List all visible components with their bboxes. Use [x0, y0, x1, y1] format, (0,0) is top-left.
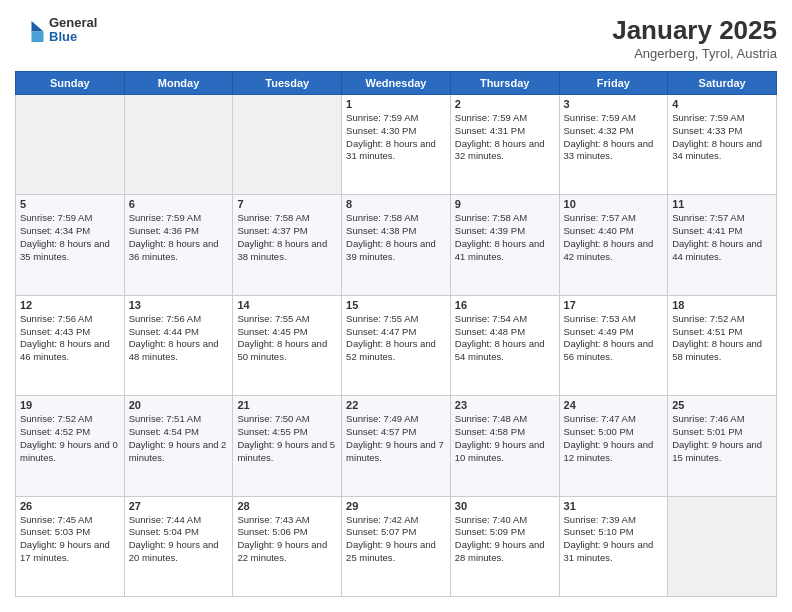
day-number: 23: [455, 399, 555, 411]
day-info: Sunset: 5:03 PM: [20, 526, 120, 539]
calendar-cell: 9Sunrise: 7:58 AMSunset: 4:39 PMDaylight…: [450, 195, 559, 295]
calendar-cell: 12Sunrise: 7:56 AMSunset: 4:43 PMDayligh…: [16, 295, 125, 395]
day-info: Sunrise: 7:48 AM: [455, 413, 555, 426]
day-info: Daylight: 8 hours and 36 minutes.: [129, 238, 229, 264]
day-info: Daylight: 9 hours and 31 minutes.: [564, 539, 664, 565]
day-info: Sunset: 4:49 PM: [564, 326, 664, 339]
day-info: Daylight: 8 hours and 39 minutes.: [346, 238, 446, 264]
day-number: 15: [346, 299, 446, 311]
logo-icon: [15, 15, 45, 45]
calendar-cell: 18Sunrise: 7:52 AMSunset: 4:51 PMDayligh…: [668, 295, 777, 395]
calendar-cell: 10Sunrise: 7:57 AMSunset: 4:40 PMDayligh…: [559, 195, 668, 295]
day-number: 12: [20, 299, 120, 311]
day-info: Sunrise: 7:55 AM: [346, 313, 446, 326]
day-info: Sunset: 5:10 PM: [564, 526, 664, 539]
calendar-cell: 13Sunrise: 7:56 AMSunset: 4:44 PMDayligh…: [124, 295, 233, 395]
day-info: Daylight: 8 hours and 58 minutes.: [672, 338, 772, 364]
day-info: Daylight: 8 hours and 50 minutes.: [237, 338, 337, 364]
day-info: Daylight: 8 hours and 31 minutes.: [346, 138, 446, 164]
calendar-cell: 24Sunrise: 7:47 AMSunset: 5:00 PMDayligh…: [559, 396, 668, 496]
calendar-cell: 20Sunrise: 7:51 AMSunset: 4:54 PMDayligh…: [124, 396, 233, 496]
day-info: Daylight: 9 hours and 0 minutes.: [20, 439, 120, 465]
day-info: Sunrise: 7:57 AM: [564, 212, 664, 225]
calendar-subtitle: Angerberg, Tyrol, Austria: [612, 46, 777, 61]
day-info: Sunset: 5:06 PM: [237, 526, 337, 539]
day-info: Sunset: 4:45 PM: [237, 326, 337, 339]
svg-marker-0: [32, 21, 44, 32]
day-number: 11: [672, 198, 772, 210]
day-number: 3: [564, 98, 664, 110]
calendar-cell: [233, 95, 342, 195]
day-info: Sunset: 4:39 PM: [455, 225, 555, 238]
day-number: 10: [564, 198, 664, 210]
calendar-week-2: 5Sunrise: 7:59 AMSunset: 4:34 PMDaylight…: [16, 195, 777, 295]
calendar-cell: 25Sunrise: 7:46 AMSunset: 5:01 PMDayligh…: [668, 396, 777, 496]
day-info: Daylight: 9 hours and 17 minutes.: [20, 539, 120, 565]
day-info: Sunset: 4:58 PM: [455, 426, 555, 439]
col-sunday: Sunday: [16, 72, 125, 95]
day-info: Daylight: 8 hours and 34 minutes.: [672, 138, 772, 164]
day-number: 21: [237, 399, 337, 411]
logo: General Blue: [15, 15, 97, 45]
day-info: Sunrise: 7:52 AM: [672, 313, 772, 326]
day-number: 27: [129, 500, 229, 512]
day-info: Daylight: 8 hours and 44 minutes.: [672, 238, 772, 264]
day-number: 8: [346, 198, 446, 210]
page: General Blue January 2025 Angerberg, Tyr…: [0, 0, 792, 612]
logo-blue: Blue: [49, 30, 97, 44]
day-info: Daylight: 9 hours and 28 minutes.: [455, 539, 555, 565]
day-number: 19: [20, 399, 120, 411]
day-info: Daylight: 8 hours and 54 minutes.: [455, 338, 555, 364]
day-info: Sunrise: 7:59 AM: [129, 212, 229, 225]
day-info: Sunrise: 7:43 AM: [237, 514, 337, 527]
calendar-week-5: 26Sunrise: 7:45 AMSunset: 5:03 PMDayligh…: [16, 496, 777, 596]
day-info: Sunrise: 7:49 AM: [346, 413, 446, 426]
calendar-cell: 21Sunrise: 7:50 AMSunset: 4:55 PMDayligh…: [233, 396, 342, 496]
calendar-header-row: Sunday Monday Tuesday Wednesday Thursday…: [16, 72, 777, 95]
day-number: 29: [346, 500, 446, 512]
day-info: Sunrise: 7:55 AM: [237, 313, 337, 326]
calendar-cell: 3Sunrise: 7:59 AMSunset: 4:32 PMDaylight…: [559, 95, 668, 195]
day-info: Sunset: 5:04 PM: [129, 526, 229, 539]
calendar-cell: 8Sunrise: 7:58 AMSunset: 4:38 PMDaylight…: [342, 195, 451, 295]
day-info: Daylight: 8 hours and 41 minutes.: [455, 238, 555, 264]
day-info: Sunrise: 7:46 AM: [672, 413, 772, 426]
day-number: 28: [237, 500, 337, 512]
day-number: 25: [672, 399, 772, 411]
day-number: 5: [20, 198, 120, 210]
header: General Blue January 2025 Angerberg, Tyr…: [15, 15, 777, 61]
day-number: 20: [129, 399, 229, 411]
day-info: Sunset: 4:30 PM: [346, 125, 446, 138]
col-friday: Friday: [559, 72, 668, 95]
day-info: Sunset: 4:33 PM: [672, 125, 772, 138]
day-info: Sunset: 4:34 PM: [20, 225, 120, 238]
day-info: Sunset: 5:01 PM: [672, 426, 772, 439]
day-info: Sunrise: 7:47 AM: [564, 413, 664, 426]
day-info: Daylight: 8 hours and 52 minutes.: [346, 338, 446, 364]
calendar-cell: [124, 95, 233, 195]
calendar-cell: 22Sunrise: 7:49 AMSunset: 4:57 PMDayligh…: [342, 396, 451, 496]
title-block: January 2025 Angerberg, Tyrol, Austria: [612, 15, 777, 61]
day-info: Sunset: 4:51 PM: [672, 326, 772, 339]
calendar-cell: 4Sunrise: 7:59 AMSunset: 4:33 PMDaylight…: [668, 95, 777, 195]
day-info: Sunrise: 7:59 AM: [672, 112, 772, 125]
day-number: 6: [129, 198, 229, 210]
day-number: 9: [455, 198, 555, 210]
calendar-cell: 1Sunrise: 7:59 AMSunset: 4:30 PMDaylight…: [342, 95, 451, 195]
day-info: Sunrise: 7:52 AM: [20, 413, 120, 426]
day-info: Sunset: 4:48 PM: [455, 326, 555, 339]
day-info: Sunset: 4:44 PM: [129, 326, 229, 339]
day-info: Daylight: 8 hours and 32 minutes.: [455, 138, 555, 164]
day-info: Sunset: 4:57 PM: [346, 426, 446, 439]
day-info: Sunrise: 7:42 AM: [346, 514, 446, 527]
day-info: Sunrise: 7:56 AM: [20, 313, 120, 326]
logo-general: General: [49, 16, 97, 30]
col-saturday: Saturday: [668, 72, 777, 95]
day-info: Daylight: 9 hours and 7 minutes.: [346, 439, 446, 465]
day-info: Sunset: 4:43 PM: [20, 326, 120, 339]
calendar-cell: 17Sunrise: 7:53 AMSunset: 4:49 PMDayligh…: [559, 295, 668, 395]
day-info: Sunrise: 7:56 AM: [129, 313, 229, 326]
calendar-cell: 31Sunrise: 7:39 AMSunset: 5:10 PMDayligh…: [559, 496, 668, 596]
calendar-cell: [668, 496, 777, 596]
day-info: Sunset: 4:54 PM: [129, 426, 229, 439]
